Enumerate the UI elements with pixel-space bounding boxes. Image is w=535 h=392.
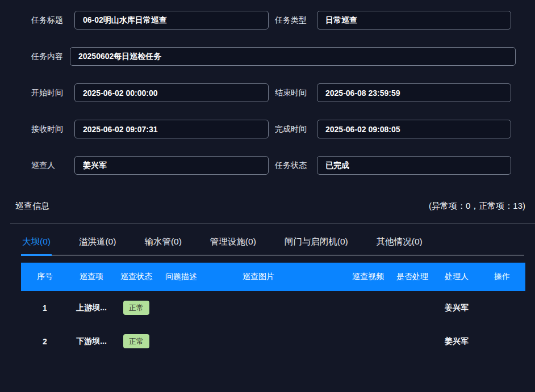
patroller-label: 巡查人 [31, 161, 74, 171]
category-tabs: 大坝(0) 溢洪道(0) 输水管(0) 管理设施(0) 闸门与启闭机(0) 其他… [21, 231, 524, 256]
end-time-label: 结束时间 [275, 88, 317, 98]
finish-time-input[interactable] [317, 120, 511, 138]
row-item: 下游坝... [69, 336, 114, 347]
row-item: 上游坝... [69, 303, 114, 313]
task-title-label: 任务标题 [31, 15, 74, 26]
col-handled: 是否处理 [390, 272, 434, 282]
table-header-row: 序号 巡查项 巡查状态 问题描述 巡查图片 巡查视频 是否处理 处理人 操作 [21, 263, 525, 291]
finish-time-label: 完成时间 [275, 124, 317, 134]
row-index: 2 [21, 337, 69, 346]
col-status: 巡查状态 [114, 272, 158, 282]
table-row: 1 上游坝... 正常 姜兴军 [21, 291, 525, 324]
row-handler: 姜兴军 [434, 303, 479, 313]
tab-water-pipe[interactable]: 输水管(0) [143, 231, 182, 256]
patrol-info-header: 巡查信息 (异常项：0，正常项：13) [0, 201, 535, 212]
task-content-input[interactable] [70, 47, 516, 66]
form-row-5: 巡查人 任务状态 [0, 156, 535, 175]
start-time-label: 开始时间 [31, 88, 74, 98]
status-badge: 正常 [123, 301, 149, 315]
col-picture: 巡查图片 [204, 272, 346, 282]
patroller-input[interactable] [74, 156, 269, 175]
col-handler: 处理人 [434, 272, 479, 282]
tab-management-facility[interactable]: 管理设施(0) [209, 231, 257, 256]
task-form: 任务标题 任务类型 任务内容 开始时间 结束时间 接收时间 完成时间 巡查人 任… [0, 0, 535, 175]
abnormal-normal-count: (异常项：0，正常项：13) [429, 201, 525, 212]
tab-other[interactable]: 其他情况(0) [375, 231, 424, 256]
patrol-items-table: 序号 巡查项 巡查状态 问题描述 巡查图片 巡查视频 是否处理 处理人 操作 1… [21, 263, 525, 358]
task-type-label: 任务类型 [275, 15, 317, 26]
col-index: 序号 [21, 272, 69, 282]
tab-gate-hoist[interactable]: 闸门与启闭机(0) [283, 231, 349, 256]
col-problem-desc: 问题描述 [158, 272, 204, 282]
task-title-input[interactable] [74, 11, 269, 29]
tab-spillway[interactable]: 溢洪道(0) [78, 231, 117, 256]
form-row-1: 任务标题 任务类型 [0, 11, 535, 29]
task-status-label: 任务状态 [275, 161, 317, 171]
form-row-4: 接收时间 完成时间 [0, 120, 535, 138]
row-status: 正常 [114, 301, 158, 315]
row-index: 1 [21, 304, 69, 313]
section-title: 巡查信息 [15, 201, 49, 212]
task-content-label: 任务内容 [31, 52, 74, 62]
section-divider [10, 224, 535, 224]
end-time-input[interactable] [317, 83, 511, 102]
status-badge: 正常 [123, 334, 149, 348]
receive-time-label: 接收时间 [31, 124, 74, 134]
table-row: 2 下游坝... 正常 姜兴军 [21, 324, 525, 358]
form-row-3: 开始时间 结束时间 [0, 83, 535, 102]
col-video: 巡查视频 [346, 272, 390, 282]
task-status-input[interactable] [317, 156, 511, 175]
col-action: 操作 [479, 272, 525, 282]
row-handler: 姜兴军 [434, 336, 479, 347]
tab-dam[interactable]: 大坝(0) [21, 231, 52, 256]
patrol-task-detail-page: 任务标题 任务类型 任务内容 开始时间 结束时间 接收时间 完成时间 巡查人 任… [0, 0, 535, 392]
start-time-input[interactable] [74, 83, 269, 102]
row-status: 正常 [114, 334, 158, 348]
col-item: 巡查项 [69, 272, 114, 282]
receive-time-input[interactable] [74, 120, 269, 138]
form-row-2: 任务内容 [0, 47, 535, 66]
task-type-input[interactable] [317, 11, 511, 29]
